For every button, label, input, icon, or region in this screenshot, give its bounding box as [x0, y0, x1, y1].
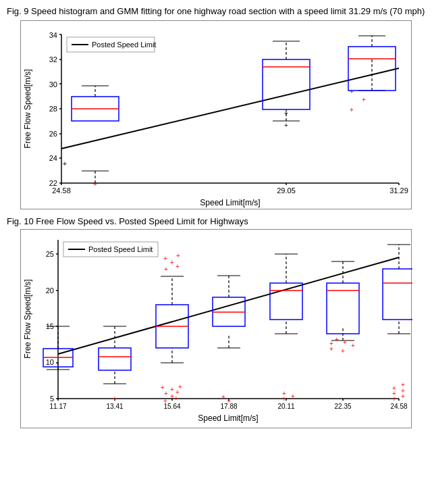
svg-text:32: 32	[49, 55, 57, 64]
svg-text:26: 26	[49, 130, 57, 138]
svg-text:+: +	[170, 259, 174, 266]
svg-text:22.35: 22.35	[334, 403, 351, 410]
svg-text:Free Flow Speed[m/s]: Free Flow Speed[m/s]	[23, 280, 32, 359]
svg-text:24.58: 24.58	[390, 403, 407, 410]
svg-text:29.05: 29.05	[277, 186, 296, 195]
fig10-legend-text: Posted Speed Limit	[88, 245, 153, 253]
svg-text:Free Flow Speed[m/s]: Free Flow Speed[m/s]	[23, 70, 32, 149]
box3: + + +	[348, 36, 396, 114]
svg-line-80	[58, 257, 399, 354]
svg-text:10: 10	[46, 358, 54, 366]
svg-text:+: +	[93, 180, 97, 188]
fig9-chart: 22 24 26 28 30 32 34 Free Flow Speed[m/s…	[20, 20, 412, 209]
svg-text:13.41: 13.41	[106, 403, 123, 410]
svg-text:5: 5	[50, 395, 54, 403]
svg-text:11.17: 11.17	[49, 403, 66, 410]
svg-text:+: +	[351, 342, 355, 349]
svg-text:+: +	[362, 96, 366, 103]
svg-text:+: +	[113, 395, 117, 403]
svg-text:+: +	[163, 255, 167, 262]
svg-text:+: +	[284, 122, 288, 129]
svg-text:+: +	[401, 381, 405, 388]
box6-fig10: + + + + + +	[327, 261, 359, 355]
svg-text:+: +	[350, 88, 354, 95]
fig9-caption: Fig. 9 Speed histogram and GMM fitting f…	[7, 5, 425, 18]
svg-text:+: +	[63, 159, 67, 168]
svg-text:+: +	[176, 263, 180, 270]
fig10-chart: 5 10 15 20 25 Free Flow Speed[m/s] 11.17…	[20, 229, 412, 428]
svg-text:34: 34	[49, 31, 57, 39]
svg-text:+: +	[178, 383, 182, 390]
svg-text:+: +	[221, 393, 225, 401]
svg-text:25: 25	[46, 250, 54, 258]
svg-text:+: +	[164, 390, 168, 397]
page: Fig. 9 Speed histogram and GMM fitting f…	[0, 0, 432, 504]
svg-rect-126	[270, 283, 302, 320]
box7-fig10: + + + + + +	[383, 245, 412, 403]
svg-rect-150	[383, 269, 412, 320]
svg-text:+: +	[350, 106, 354, 114]
svg-text:+: +	[170, 393, 174, 400]
svg-text:+: +	[282, 390, 286, 397]
svg-text:+: +	[164, 266, 168, 273]
svg-text:+: +	[343, 338, 347, 346]
svg-text:+: +	[176, 252, 180, 259]
svg-text:20: 20	[46, 286, 54, 295]
svg-text:+: +	[284, 109, 288, 117]
svg-text:+: +	[291, 393, 295, 400]
svg-rect-90	[99, 348, 131, 370]
svg-text:20.11: 20.11	[277, 403, 294, 410]
svg-text:+: +	[227, 397, 231, 405]
svg-text:30: 30	[49, 80, 57, 89]
fig10-caption: Fig. 10 Free Flow Speed vs. Posted Speed…	[7, 216, 425, 226]
svg-text:+: +	[392, 384, 396, 392]
svg-text:+: +	[335, 336, 339, 343]
fig9-legend-text: Posted Speed Limit	[92, 41, 156, 49]
svg-text:+: +	[161, 384, 165, 391]
box2-fig10: +	[99, 326, 131, 403]
box2: + +	[263, 41, 310, 129]
svg-text:28: 28	[49, 105, 57, 113]
svg-text:Speed Limit[m/s]: Speed Limit[m/s]	[200, 198, 260, 207]
svg-text:Speed Limit[m/s]: Speed Limit[m/s]	[198, 413, 258, 423]
svg-text:+: +	[341, 347, 345, 355]
box3-fig10: + + + + + + + + + + +	[156, 252, 188, 405]
svg-text:24: 24	[49, 154, 57, 162]
box5-fig10: + + +	[270, 254, 302, 403]
svg-text:+: +	[163, 397, 167, 405]
svg-text:24.58: 24.58	[52, 186, 71, 195]
svg-text:31.29: 31.29	[389, 186, 408, 195]
svg-text:+: +	[170, 386, 174, 393]
svg-text:+: +	[329, 340, 333, 347]
box4-fig10: + +	[213, 276, 245, 405]
